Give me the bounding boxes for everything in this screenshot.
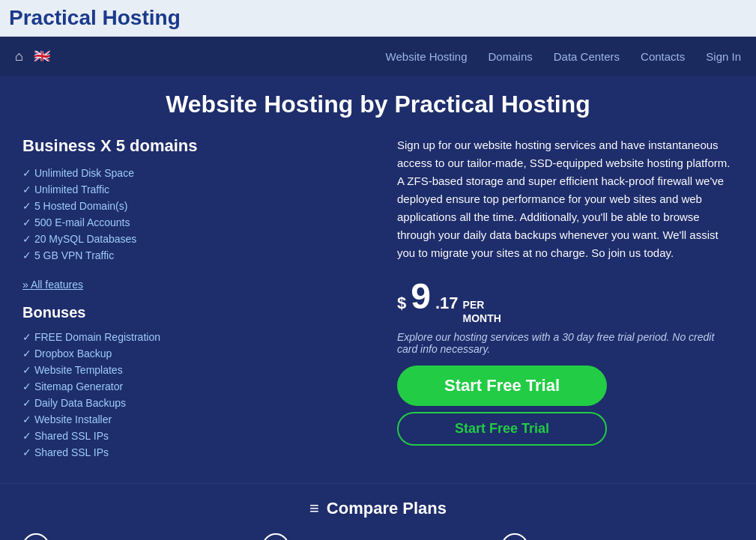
feature-item: 500 E-mail Accounts [22, 214, 382, 231]
bottom-links: ▶ Watch Video ▶ Brochure (PDF) ▶ Portfol… [22, 533, 734, 540]
start-free-trial-button[interactable]: Start Free Trial [397, 365, 607, 406]
features-list: Unlimited Disk Space Unlimited Traffic 5… [22, 165, 382, 264]
nav-domains[interactable]: Domains [489, 50, 533, 63]
nav-data-centers[interactable]: Data Centers [554, 50, 620, 63]
portfolio-icon: ▶ [501, 533, 528, 540]
plan-title: Business X 5 domains [22, 136, 382, 156]
flag-icon[interactable]: 🇬🇧 [34, 48, 50, 64]
content-grid: Business X 5 domains Unlimited Disk Spac… [22, 136, 734, 461]
site-title: Practical Hosting [9, 6, 747, 30]
price-cents: .17 [435, 294, 459, 313]
nav-links: Website Hosting Domains Data Centers Con… [386, 50, 741, 63]
bonus-item: Shared SSL IPs [22, 428, 382, 444]
bonus-item: Website Installer [22, 411, 382, 428]
all-features-link[interactable]: All features [22, 279, 83, 291]
bonuses-title: Bonuses [22, 304, 382, 321]
top-header: Practical Hosting [0, 0, 756, 37]
navbar: ⌂ 🇬🇧 Website Hosting Domains Data Center… [0, 37, 756, 76]
nav-sign-in[interactable]: Sign In [706, 50, 741, 63]
bonus-item: Sitemap Generator [22, 378, 382, 395]
feature-item: Unlimited Disk Space [22, 165, 382, 181]
brochure-pdf-link[interactable]: ▶ Brochure (PDF) [262, 533, 495, 540]
price-main: 9 [411, 276, 431, 317]
watch-video-icon: ▶ [22, 533, 49, 540]
nav-website-hosting[interactable]: Website Hosting [386, 50, 468, 63]
brochure-icon: ▶ [262, 533, 289, 540]
compare-plans-label: Compare Plans [327, 499, 447, 518]
portfolio-pdf-link[interactable]: ▶ Portfolio (PDF) [501, 533, 734, 540]
bonus-item: FREE Domain Registration [22, 329, 382, 345]
home-icon[interactable]: ⌂ [15, 49, 23, 64]
nav-contacts[interactable]: Contacts [641, 50, 685, 63]
description-text: Sign up for our website hosting services… [397, 136, 734, 262]
price-box: $ 9 .17 PER MONTH [397, 276, 734, 325]
trial-text: Explore our hosting services with a 30 d… [397, 331, 734, 355]
hero-heading: Website Hosting by Practical Hosting [22, 91, 734, 118]
price-period: PER MONTH [463, 298, 501, 325]
feature-item: 20 MySQL Databases [22, 231, 382, 247]
bonus-item: Dropbox Backup [22, 345, 382, 362]
feature-item: 5 GB VPN Traffic [22, 247, 382, 264]
compare-plans: ≡ Compare Plans [22, 499, 734, 518]
feature-item: Unlimited Traffic [22, 181, 382, 198]
bonus-item: Daily Data Backups [22, 395, 382, 411]
bonus-item: Website Templates [22, 362, 382, 378]
price-dollar: $ [397, 294, 406, 313]
watch-video-link[interactable]: ▶ Watch Video [22, 533, 255, 540]
bottom-section: ≡ Compare Plans ▶ Watch Video ▶ Brochure… [0, 483, 756, 540]
feature-item: 5 Hosted Domain(s) [22, 198, 382, 214]
right-column: Sign up for our website hosting services… [397, 136, 734, 461]
hero-section: Website Hosting by Practical Hosting Bus… [0, 76, 756, 483]
compare-icon: ≡ [309, 499, 319, 518]
left-column: Business X 5 domains Unlimited Disk Spac… [22, 136, 382, 461]
bonuses-list: FREE Domain Registration Dropbox Backup … [22, 329, 382, 461]
start-free-trial-outline-button[interactable]: Start Free Trial [397, 412, 607, 446]
bonus-item: Shared SSL IPs [22, 444, 382, 461]
